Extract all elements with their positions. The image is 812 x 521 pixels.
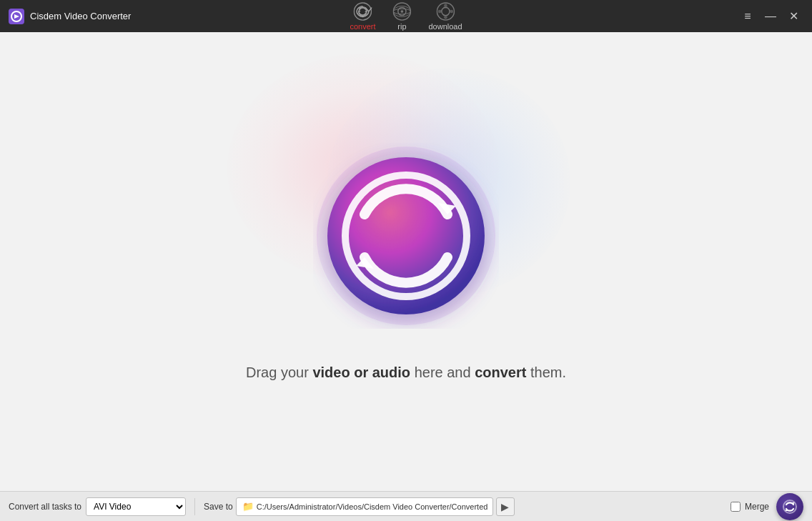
save-path-box: 📁 C:/Users/Administrator/Videos/Cisdem V… [236,497,493,516]
merge-label: Merge [745,502,769,512]
close-button[interactable]: ✕ [783,6,803,26]
download-tab-icon [436,2,455,21]
svg-point-15 [327,157,485,314]
divider-1 [194,498,195,515]
svg-point-13 [450,9,453,13]
app-title: Cisdem Video Converter [30,11,131,21]
tab-download[interactable]: download [420,0,470,34]
merge-section: Merge [731,502,769,512]
svg-point-12 [437,9,441,13]
svg-point-5 [401,10,404,13]
main-content: Drag your video or audio here and conver… [0,32,812,491]
titlebar-controls: ≡ — ✕ [738,6,803,26]
tab-download-label: download [428,22,462,31]
minimize-button[interactable]: — [761,6,781,26]
titlebar: Cisdem Video Converter convert [0,0,812,32]
merge-checkbox[interactable] [731,502,741,512]
tab-rip[interactable]: rip [384,0,420,34]
open-folder-button[interactable]: ▶ [496,497,515,516]
svg-point-11 [444,16,447,19]
convert-tab-icon [353,2,372,21]
folder-icon: 📁 [242,501,254,512]
svg-point-9 [441,7,449,15]
tagline-bold2: convert [475,364,526,380]
convert-button-icon [782,499,798,515]
save-to-label: Save to [204,502,233,512]
tagline-mid: here and [410,364,475,380]
save-path-text: C:/Users/Administrator/Videos/Cisdem Vid… [257,502,488,511]
app-logo-icon [9,9,24,24]
bottombar: Convert all tasks to AVI Video MP4 Video… [0,491,812,521]
format-select[interactable]: AVI Video MP4 Video MOV Video MKV Video … [86,497,186,516]
titlebar-left: Cisdem Video Converter [9,9,131,24]
arrow-right-icon: ▶ [501,501,509,512]
converter-logo-area [313,143,499,329]
converter-logo-icon [313,143,499,329]
rip-tab-icon [392,2,411,21]
convert-all-label: Convert all tasks to [9,502,81,512]
save-to-section: Save to 📁 C:/Users/Administrator/Videos/… [204,497,515,516]
tagline: Drag your video or audio here and conver… [246,364,566,381]
svg-point-10 [444,4,447,7]
titlebar-nav: convert rip download [341,0,470,34]
menu-button[interactable]: ≡ [738,6,758,26]
tab-convert-label: convert [350,22,375,31]
tagline-prefix: Drag your [246,364,312,380]
convert-all-section: Convert all tasks to AVI Video MP4 Video… [9,497,186,516]
tab-rip-label: rip [397,22,406,31]
tab-convert[interactable]: convert [341,0,384,34]
tagline-bold1: video or audio [312,364,410,380]
tagline-suffix: them. [526,364,566,380]
convert-button[interactable] [776,493,803,520]
